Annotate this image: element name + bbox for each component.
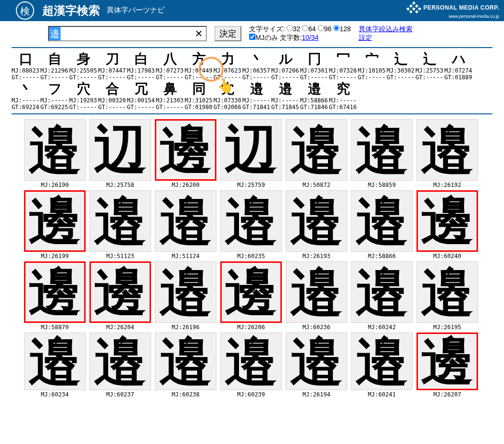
size-64[interactable]: 64 (302, 25, 316, 33)
kanji-glyph[interactable]: 邉 (155, 261, 216, 323)
kanji-glyph[interactable]: 邉 (351, 190, 413, 252)
code-cell: MJ:07449 (185, 67, 214, 74)
part-glyph[interactable]: 冂 (300, 51, 329, 67)
search-input[interactable] (61, 27, 192, 39)
controls-bar: 邉 ✕ 決定 文字サイズ: 32 64 96 128 MJのみ 文字数:10/3… (0, 21, 504, 46)
right-links: 異体字絞込み検索 設定 (359, 25, 413, 42)
gt-codes-2: GT:69224 GT:69225 GT:----- GT:----- GT:-… (12, 104, 492, 111)
kanji-glyph[interactable]: 邉 (220, 333, 282, 390)
kanji-glyph[interactable]: 辺 (89, 119, 151, 181)
settings-link[interactable]: 設定 (359, 34, 413, 42)
part-glyph[interactable]: 宀 (358, 51, 387, 67)
part-glyph[interactable]: 合 (98, 81, 127, 97)
kanji-glyph[interactable]: 邉 (351, 261, 413, 323)
mj-codes-1: MJ:08023 MJ:21296 MJ:25505 MJ:07447 MJ:1… (12, 67, 492, 74)
mj-only-checkbox[interactable]: MJのみ (249, 34, 278, 41)
divider (12, 47, 492, 48)
size-32[interactable]: 32 (287, 25, 301, 33)
part-glyph[interactable]: 刀 (98, 51, 127, 67)
search-box: 邉 ✕ (48, 26, 207, 41)
kanji-glyph[interactable]: 邊 (416, 190, 478, 252)
corp-name: PERSONAL MEDIA CORP. (423, 5, 499, 11)
corp-url: www.personal-media.co.jp (408, 14, 499, 19)
code-cell: GT:----- (156, 104, 185, 111)
kanji-glyph[interactable]: 邉 (220, 190, 282, 252)
part-glyph[interactable]: 力 (214, 51, 242, 67)
part-glyph[interactable]: 身 (69, 51, 98, 67)
kanji-glyph[interactable]: 邊 (220, 261, 282, 323)
code-cell: GT:71845 (271, 104, 300, 111)
kanji-card: 邊MJ:26207 (416, 333, 478, 398)
kanji-id: MJ:26207 (416, 391, 478, 398)
clear-icon[interactable]: ✕ (192, 28, 206, 39)
app-subtitle: 異体字パーツナビ (107, 6, 164, 15)
part-glyph[interactable]: 邉 (271, 81, 300, 97)
kanji-glyph[interactable]: 邉 (89, 190, 151, 252)
kanji-glyph[interactable]: 邉 (155, 333, 216, 390)
kanji-glyph[interactable]: 邉 (286, 333, 347, 390)
part-glyph[interactable]: ル (271, 51, 300, 67)
part-glyph[interactable]: 口 (12, 51, 40, 67)
kanji-card: 邉MJ:50872 (286, 119, 347, 188)
part-glyph[interactable]: 丶 (12, 81, 40, 97)
part-glyph[interactable]: 八 (156, 51, 185, 67)
part-glyph[interactable]: 冘 (214, 81, 242, 97)
size-128[interactable]: 128 (333, 25, 351, 33)
kanji-glyph[interactable]: 邉 (351, 333, 413, 390)
code-cell: GT:----- (69, 74, 98, 81)
kanji-id: MJ:60241 (351, 391, 413, 398)
kanji-glyph[interactable]: 邉 (351, 119, 413, 181)
kanji-card: 邉MJ:58866 (351, 190, 413, 259)
part-glyph[interactable]: 辶 (416, 51, 444, 67)
part-glyph[interactable]: 穴 (69, 81, 98, 97)
kanji-glyph[interactable]: 邊 (24, 261, 86, 323)
part-glyph[interactable]: 丶 (242, 51, 271, 67)
part-glyph[interactable]: 鼻 (156, 81, 185, 97)
kanji-id: MJ:51124 (155, 253, 216, 259)
kanji-glyph[interactable]: 邉 (24, 119, 86, 181)
decide-button[interactable]: 決定 (214, 26, 241, 41)
kanji-id: MJ:26199 (24, 253, 86, 259)
kanji-glyph[interactable]: 邊 (89, 261, 151, 323)
part-glyph[interactable]: 冗 (127, 81, 156, 97)
kanji-glyph[interactable]: 邉 (286, 261, 347, 323)
part-glyph[interactable]: 邉 (242, 81, 271, 97)
kanji-glyph[interactable]: 邊 (155, 119, 216, 181)
kanji-glyph[interactable]: 辺 (220, 119, 282, 181)
kanji-glyph[interactable]: 邉 (286, 190, 347, 252)
kanji-id: MJ:60238 (155, 391, 216, 398)
filter-link[interactable]: 異体字絞込み検索 (359, 25, 413, 34)
kanji-card: 邉MJ:51124 (155, 190, 216, 259)
part-glyph[interactable]: 究 (329, 81, 358, 97)
part-glyph[interactable]: 自 (40, 51, 69, 67)
kanji-glyph[interactable]: 邉 (24, 333, 86, 390)
code-cell: GT:----- (214, 74, 242, 81)
kanji-id: MJ:60237 (89, 391, 151, 398)
kanji-glyph[interactable]: 邉 (416, 261, 478, 323)
kanji-glyph[interactable]: 邊 (416, 333, 478, 390)
part-glyph[interactable]: フ (40, 81, 69, 97)
part-glyph[interactable]: 白 (127, 51, 156, 67)
part-glyph[interactable]: ハ (444, 51, 473, 67)
part-glyph[interactable]: 邉 (300, 81, 329, 97)
kanji-glyph[interactable]: 邉 (89, 333, 151, 390)
app-title: 超漢字検索 (42, 3, 100, 18)
kanji-glyph[interactable]: 邉 (416, 119, 478, 181)
kanji-glyph[interactable]: 邉 (155, 190, 216, 252)
part-glyph[interactable]: 方 (185, 51, 214, 67)
count-link[interactable]: 10/34 (302, 34, 318, 41)
kanji-id: MJ:26206 (220, 324, 282, 331)
size-96[interactable]: 96 (318, 25, 332, 33)
code-cell: GT:01889 (444, 74, 473, 81)
corp-info: PERSONAL MEDIA CORP. www.personal-media.… (408, 2, 499, 19)
kanji-card: 邉MJ:51123 (89, 190, 151, 259)
part-glyph[interactable]: 冖 (329, 51, 358, 67)
part-glyph[interactable]: 辶 (387, 51, 416, 67)
kanji-glyph[interactable]: 邉 (286, 119, 347, 181)
kanji-glyph[interactable]: 邊 (24, 190, 86, 252)
part-glyph[interactable]: 同 (185, 81, 214, 97)
code-cell: GT:01980 (185, 104, 214, 111)
kanji-id: MJ:58859 (351, 182, 413, 188)
kanji-card: 邉MJ:60234 (24, 333, 86, 398)
kanji-id: MJ:26192 (416, 182, 478, 188)
